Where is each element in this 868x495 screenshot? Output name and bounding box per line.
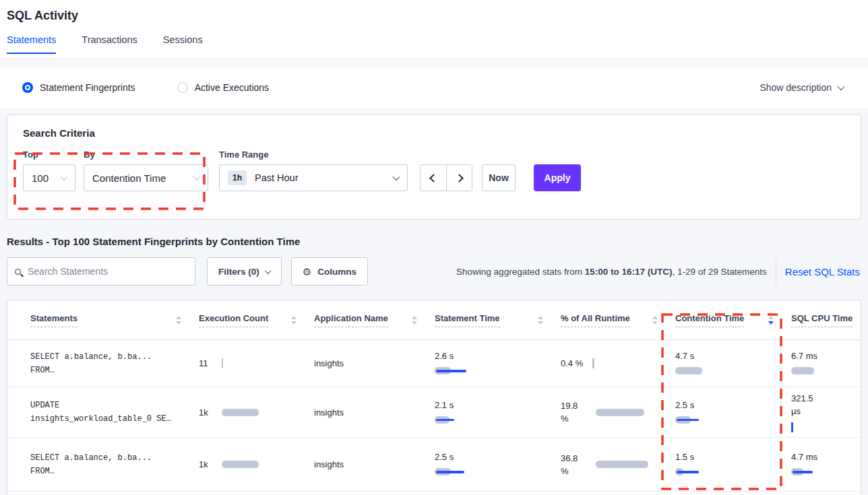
contention-time-cell: 1.5 s bbox=[675, 452, 791, 477]
application-name-cell: insights bbox=[314, 459, 435, 469]
column-header-sql-cpu-time[interactable]: SQL CPU Time bbox=[791, 313, 861, 327]
sql-cpu-time-cell: 6.7 ms bbox=[791, 351, 861, 376]
pct-runtime-bar bbox=[596, 459, 650, 469]
statement-link[interactable]: UPDATE insights_workload_table_0 SE… bbox=[30, 399, 199, 426]
filters-label: Filters (0) bbox=[218, 267, 259, 277]
radio-selected-icon[interactable] bbox=[22, 82, 33, 93]
tab-sessions[interactable]: Sessions bbox=[163, 34, 203, 54]
search-statements-box[interactable] bbox=[7, 257, 195, 286]
column-header-contention-time[interactable]: Contention Time bbox=[675, 313, 791, 327]
by-label: By bbox=[84, 150, 208, 160]
search-icon bbox=[15, 269, 21, 275]
by-select[interactable]: Contention Time bbox=[84, 164, 208, 191]
radio-unselected-icon[interactable] bbox=[177, 82, 188, 93]
top-group: Top 100 bbox=[23, 150, 75, 191]
top-select-value: 100 bbox=[32, 172, 49, 184]
contention-time-cell: 2.5 s bbox=[675, 400, 791, 425]
column-header-execution-count[interactable]: Execution Count bbox=[199, 313, 314, 327]
column-header-statements[interactable]: Statements bbox=[30, 313, 199, 327]
search-criteria-controls: Top 100 By Contention Time Time Range 1h… bbox=[7, 150, 861, 191]
chevron-down-icon bbox=[837, 83, 844, 90]
results-toolbar: Filters (0) ⚙ Columns Showing aggregated… bbox=[7, 257, 861, 286]
search-criteria-card: Search Criteria Top 100 By Contention Ti… bbox=[7, 114, 861, 220]
page-header: SQL Activity Statements Transactions Ses… bbox=[0, 0, 868, 59]
statement-time-bar bbox=[435, 415, 493, 425]
execution-count-bar bbox=[222, 407, 276, 418]
statement-time-cell: 2.1 s bbox=[435, 400, 561, 425]
reset-sql-stats-link[interactable]: Reset SQL Stats bbox=[785, 266, 861, 277]
show-description-label: Show description bbox=[760, 82, 832, 93]
search-criteria-heading: Search Criteria bbox=[7, 115, 861, 139]
tab-statements[interactable]: Statements bbox=[7, 34, 56, 54]
by-select-value: Contention Time bbox=[92, 172, 166, 184]
sort-icon[interactable] bbox=[652, 316, 658, 325]
sql-cpu-time-cell: 4.7 ms bbox=[791, 452, 861, 477]
table-row[interactable]: SELECT a.balance, b.ba... FROM… 1k insig… bbox=[7, 438, 861, 492]
column-header-application-name[interactable]: Application Name bbox=[314, 313, 435, 327]
aggregated-stats-text: Showing aggregated stats from 15:00 to 1… bbox=[456, 267, 767, 277]
execution-count-bar bbox=[222, 358, 276, 368]
columns-button[interactable]: ⚙ Columns bbox=[291, 257, 368, 286]
sort-icon[interactable] bbox=[412, 316, 417, 325]
chevron-down-icon bbox=[392, 173, 400, 180]
chevron-left-icon bbox=[429, 174, 438, 183]
application-name-cell: insights bbox=[314, 407, 435, 418]
chevron-down-icon bbox=[60, 173, 67, 180]
statements-table: Statements Execution Count Application N… bbox=[7, 300, 861, 495]
time-range-group: Time Range 1h Past Hour bbox=[219, 150, 408, 191]
column-header-statement-time[interactable]: Statement Time bbox=[435, 313, 561, 327]
apply-button[interactable]: Apply bbox=[534, 164, 581, 191]
results-heading: Results - Top 100 Statement Fingerprints… bbox=[7, 236, 868, 247]
time-range-select[interactable]: 1h Past Hour bbox=[219, 164, 408, 191]
pct-runtime-cell: 19.8 % bbox=[561, 399, 675, 425]
time-range-label: Time Range bbox=[219, 150, 408, 160]
sort-icon[interactable] bbox=[538, 316, 543, 325]
contention-time-bar bbox=[675, 415, 733, 425]
top-select[interactable]: 100 bbox=[23, 164, 75, 191]
search-statements-input[interactable] bbox=[28, 266, 187, 277]
time-range-value: Past Hour bbox=[255, 172, 298, 183]
radio-label: Statement Fingerprints bbox=[40, 82, 135, 93]
statement-time-bar bbox=[435, 366, 493, 376]
statement-link[interactable]: SELECT a.balance, b.ba... FROM… bbox=[30, 350, 199, 377]
statement-time-cell: 2.5 s bbox=[435, 452, 561, 477]
table-row[interactable]: UPDATE insights_workload_table_0 SE… 1k … bbox=[7, 387, 861, 438]
radio-active-executions[interactable]: Active Executions bbox=[177, 82, 270, 93]
sort-icon-active-desc[interactable] bbox=[768, 316, 774, 325]
application-name-cell: insights bbox=[314, 358, 435, 368]
filters-button[interactable]: Filters (0) bbox=[207, 257, 282, 286]
now-button[interactable]: Now bbox=[482, 164, 516, 191]
table-row[interactable]: SELECT a.balance, b.ba... FROM… 11 insig… bbox=[7, 340, 861, 387]
sql-cpu-time-bar bbox=[791, 422, 849, 432]
by-group: By Contention Time bbox=[84, 150, 208, 191]
pct-runtime-cell: 36.8 % bbox=[561, 452, 675, 477]
sort-icon[interactable] bbox=[176, 316, 181, 325]
tab-transactions[interactable]: Transactions bbox=[82, 34, 137, 54]
execution-count-cell: 1k bbox=[199, 459, 314, 469]
contention-time-bar bbox=[675, 467, 733, 477]
sort-icon[interactable] bbox=[291, 316, 297, 325]
pct-runtime-bar bbox=[592, 358, 646, 368]
sql-cpu-time-cell: 321.5 µs bbox=[791, 392, 861, 432]
radio-statement-fingerprints[interactable]: Statement Fingerprints bbox=[22, 82, 135, 93]
top-label: Top bbox=[23, 150, 75, 160]
view-toggle-band: Statement Fingerprints Active Executions… bbox=[0, 67, 868, 108]
time-next-button[interactable] bbox=[446, 165, 472, 191]
column-header-pct-runtime[interactable]: % of All Runtime bbox=[561, 313, 675, 327]
show-description-toggle[interactable]: Show description bbox=[760, 82, 844, 93]
statement-time-bar bbox=[435, 467, 493, 477]
radio-label: Active Executions bbox=[195, 82, 270, 93]
pct-runtime-cell: 0.4 % bbox=[561, 358, 675, 368]
execution-count-bar bbox=[222, 459, 276, 469]
time-range-badge: 1h bbox=[228, 170, 247, 185]
statement-link[interactable]: SELECT a.balance, b.ba... FROM… bbox=[30, 451, 199, 478]
contention-time-bar bbox=[675, 366, 733, 376]
chevron-right-icon bbox=[455, 174, 464, 183]
pct-runtime-bar bbox=[596, 407, 650, 418]
time-prev-button[interactable] bbox=[421, 165, 446, 191]
contention-time-cell: 4.7 s bbox=[675, 351, 791, 376]
chevron-down-icon bbox=[193, 173, 200, 180]
toolbar-divider bbox=[776, 259, 776, 284]
execution-count-cell: 1k bbox=[199, 407, 314, 418]
gear-icon: ⚙ bbox=[303, 267, 311, 277]
